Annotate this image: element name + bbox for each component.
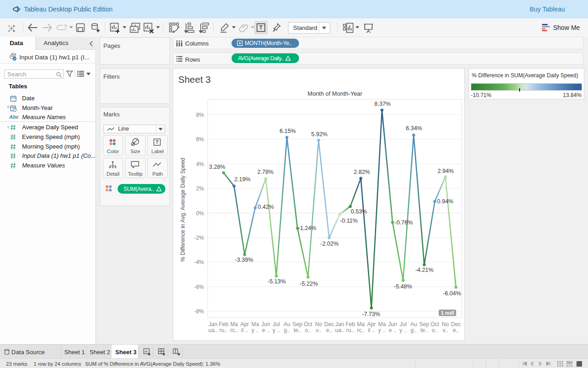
svg-text:o..: o..	[432, 327, 438, 334]
svg-text:2.78%: 2.78%	[257, 169, 273, 175]
svg-text:Dec: Dec	[451, 321, 461, 328]
svg-text:Oct: Oct	[304, 321, 312, 328]
svg-text:0.94%: 0.94%	[437, 198, 453, 205]
svg-text:Jan: Jan	[209, 321, 217, 328]
svg-text:Ma: Ma	[230, 321, 238, 328]
svg-text:5.92%: 5.92%	[311, 131, 328, 138]
svg-text:rc..: rc..	[357, 327, 365, 334]
svg-text:Feb: Feb	[219, 321, 228, 328]
svg-text:-4%: -4%	[194, 259, 204, 265]
svg-text:-5.22%: -5.22%	[300, 281, 318, 287]
svg-text:ua..: ua..	[208, 327, 217, 334]
svg-text:2.19%: 2.19%	[234, 176, 250, 183]
svg-text:-7.73%: -7.73%	[362, 311, 380, 317]
svg-text:v..: v..	[443, 327, 448, 334]
svg-text:e..: e..	[453, 327, 459, 334]
svg-text:-6%: -6%	[194, 284, 204, 290]
svg-text:Jul: Jul	[400, 321, 407, 328]
svg-text:y ..: y ..	[378, 327, 385, 334]
svg-text:-2.02%: -2.02%	[321, 241, 339, 247]
svg-text:0.53%: 0.53%	[351, 208, 367, 215]
svg-text:y ..: y ..	[251, 327, 259, 334]
svg-text:-6.04%: -6.04%	[443, 290, 461, 297]
svg-text:g..: g..	[411, 327, 417, 334]
svg-text:Sep: Sep	[293, 321, 303, 328]
svg-text:8.37%: 8.37%	[374, 101, 390, 107]
svg-text:Jan: Jan	[335, 321, 344, 328]
svg-text:ru..: ru..	[346, 327, 354, 334]
svg-text:il ..: il ..	[368, 327, 375, 334]
svg-text:6.34%: 6.34%	[406, 125, 422, 132]
svg-text:No: No	[315, 321, 322, 328]
svg-text:2%: 2%	[196, 185, 204, 192]
svg-text:Jun: Jun	[388, 321, 397, 328]
svg-text:-0.11%: -0.11%	[340, 218, 358, 224]
svg-text:v..: v..	[316, 327, 322, 334]
svg-text:Apr: Apr	[367, 321, 376, 328]
svg-text:e ..: e ..	[262, 327, 270, 334]
svg-text:-8%: -8%	[194, 308, 204, 315]
svg-text:te..: te..	[294, 327, 301, 334]
svg-text:-2%: -2%	[194, 235, 204, 241]
svg-text:Au: Au	[410, 321, 417, 328]
svg-text:Oct: Oct	[430, 321, 439, 328]
svg-text:e..: e..	[326, 327, 332, 334]
svg-text:Ma: Ma	[251, 321, 259, 328]
svg-text:Month of Month-Year: Month of Month-Year	[307, 90, 362, 97]
svg-text:-5.48%: -5.48%	[394, 283, 413, 290]
svg-text:6.15%: 6.15%	[280, 128, 296, 134]
svg-text:rc..: rc..	[230, 327, 238, 334]
svg-text:0.42%: 0.42%	[258, 204, 274, 210]
svg-text:ua..: ua..	[335, 327, 344, 334]
svg-text:6%: 6%	[196, 136, 204, 143]
svg-text:8%: 8%	[196, 112, 204, 118]
svg-text:0%: 0%	[196, 210, 204, 217]
svg-text:il ..: il ..	[241, 327, 248, 334]
svg-text:4%: 4%	[196, 161, 204, 167]
svg-text:ru..: ru..	[220, 327, 227, 334]
svg-text:-5.13%: -5.13%	[268, 278, 286, 285]
svg-text:Jun: Jun	[261, 321, 270, 328]
svg-text:3.28%: 3.28%	[209, 164, 225, 170]
svg-text:y ..: y ..	[399, 327, 407, 334]
svg-text:-4.21%: -4.21%	[415, 267, 434, 273]
svg-text:e ..: e ..	[389, 327, 396, 334]
svg-text:Feb: Feb	[345, 321, 355, 328]
svg-text:te..: te..	[420, 327, 428, 334]
svg-text:-3.39%: -3.39%	[235, 257, 254, 263]
svg-text:2.94%: 2.94%	[438, 168, 454, 174]
svg-text:-1.24%: -1.24%	[298, 225, 317, 231]
svg-text:% Difference in Avg. Average D: % Difference in Avg. Average Daily Speed	[180, 158, 186, 262]
svg-text:1 null: 1 null	[441, 310, 454, 316]
svg-text:Ma: Ma	[378, 321, 386, 328]
svg-text:Au: Au	[283, 321, 290, 328]
svg-text:Sep: Sep	[419, 321, 430, 328]
svg-text:g..: g..	[284, 327, 290, 334]
svg-text:-0.76%: -0.76%	[395, 219, 413, 226]
svg-text:2.82%: 2.82%	[354, 169, 370, 175]
svg-text:Apr: Apr	[240, 321, 249, 328]
svg-text:y ..: y ..	[272, 327, 280, 334]
svg-text:Jul: Jul	[273, 321, 280, 328]
svg-text:o..: o..	[305, 327, 311, 334]
svg-text:Ma: Ma	[357, 321, 365, 328]
svg-text:Dec: Dec	[324, 321, 334, 328]
svg-text:No: No	[442, 321, 449, 328]
